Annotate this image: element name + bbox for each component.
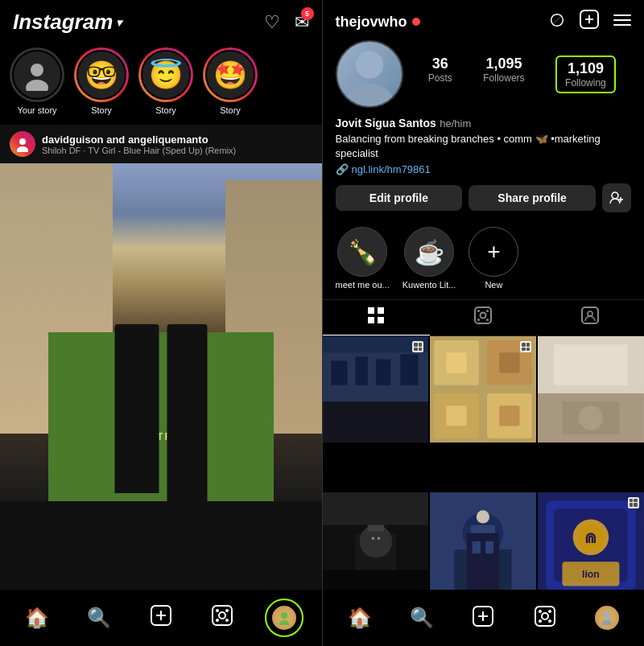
- tab-reels[interactable]: [430, 300, 537, 335]
- right-header: thejovwho: [323, 0, 645, 40]
- svg-point-59: [579, 406, 603, 430]
- notification-badge: 5: [301, 7, 314, 20]
- tab-tagged[interactable]: [537, 300, 644, 335]
- svg-rect-74: [473, 541, 481, 553]
- add-person-button[interactable]: [602, 183, 631, 212]
- svg-rect-53: [500, 406, 520, 426]
- profile-full-name: Jovit Sigua Santos: [336, 117, 436, 130]
- reels-tab-icon: [474, 307, 492, 329]
- right-nav-home[interactable]: 🏠: [342, 600, 378, 636]
- profile-pronouns: he/him: [440, 117, 471, 130]
- svg-point-12: [225, 619, 229, 622]
- svg-rect-44: [323, 402, 429, 443]
- tagged-icon: [581, 307, 599, 329]
- story-label-3: Story: [155, 105, 176, 115]
- heart-icon[interactable]: ♡: [264, 12, 280, 33]
- share-profile-button[interactable]: Share profile: [469, 185, 596, 211]
- story-avatar-4: 🤩: [205, 50, 255, 100]
- grid-cell-1[interactable]: [323, 336, 429, 442]
- grid-multi-indicator-6: [628, 497, 639, 508]
- grid-multi-indicator-1: [412, 341, 423, 352]
- grid-multi-indicator-2: [520, 341, 531, 352]
- chevron-down-icon: ▾: [116, 16, 122, 29]
- svg-point-33: [486, 310, 489, 312]
- svg-rect-36: [582, 307, 598, 323]
- svg-rect-20: [613, 24, 631, 26]
- nav-search[interactable]: 🔍: [81, 600, 117, 636]
- svg-point-72: [477, 510, 489, 523]
- profile-avatar[interactable]: [336, 40, 403, 108]
- stat-followers[interactable]: 1,095 Followers: [483, 56, 524, 93]
- post-username[interactable]: davidguison and angeliquemanto: [42, 134, 236, 146]
- post-image[interactable]: DESTREE: [0, 163, 322, 501]
- highlight-circle-2: ☕: [404, 227, 454, 277]
- svg-rect-87: [535, 607, 555, 626]
- instagram-logo[interactable]: Instagram ▾: [13, 10, 122, 35]
- messages-icon[interactable]: ✉ 5: [295, 12, 309, 33]
- svg-point-90: [548, 610, 551, 613]
- your-story-label: Your story: [17, 105, 56, 115]
- left-bottom-nav: 🏠 🔍: [0, 590, 322, 646]
- nav-reels[interactable]: [204, 600, 240, 636]
- story-item-2[interactable]: 🤓 Story: [74, 47, 129, 115]
- left-header: Instagram ▾ ♡ ✉ 5: [0, 0, 322, 41]
- grid-cell-5[interactable]: [430, 492, 536, 599]
- highlight-meet-me[interactable]: 🍾 meet me ou...: [336, 227, 390, 290]
- svg-rect-27: [378, 307, 384, 314]
- svg-rect-7: [213, 606, 232, 625]
- right-home-icon: 🏠: [348, 607, 372, 629]
- story-item-3[interactable]: 😇 Story: [138, 47, 193, 115]
- story-item-yours[interactable]: Your story: [10, 47, 64, 115]
- svg-point-32: [477, 310, 480, 312]
- profile-link[interactable]: 🔗 ngl.link/hm79861: [336, 163, 632, 175]
- svg-point-11: [216, 619, 219, 622]
- highlight-kuwento[interactable]: ☕ Kuwento Lit...: [402, 227, 456, 290]
- header-action-icons: ♡ ✉ 5: [264, 12, 309, 33]
- highlight-add-button[interactable]: +: [469, 227, 518, 277]
- grid-cell-4[interactable]: [323, 492, 429, 599]
- grid-cell-6[interactable]: ⋒ lion: [538, 492, 644, 599]
- left-panel: Instagram ▾ ♡ ✉ 5 Your story 🤓 Story: [0, 0, 322, 646]
- svg-point-3: [17, 146, 28, 152]
- svg-rect-52: [447, 406, 467, 426]
- post-user-avatar[interactable]: [10, 131, 35, 157]
- nav-home[interactable]: 🏠: [19, 600, 55, 636]
- edit-profile-button[interactable]: Edit profile: [336, 185, 463, 211]
- right-nav-create[interactable]: [465, 600, 501, 636]
- right-nav-search[interactable]: 🔍: [404, 600, 440, 636]
- action-buttons-row: Edit profile Share profile: [336, 183, 632, 212]
- svg-point-13: [281, 612, 287, 619]
- stat-posts[interactable]: 36 Posts: [428, 56, 452, 93]
- right-profile-avatar-nav: [595, 606, 619, 630]
- svg-point-9: [216, 609, 219, 612]
- svg-point-92: [548, 619, 551, 623]
- svg-rect-51: [500, 353, 520, 373]
- svg-rect-18: [613, 14, 631, 16]
- nav-create[interactable]: [143, 600, 179, 636]
- menu-icon[interactable]: [613, 11, 631, 33]
- svg-rect-56: [554, 345, 627, 386]
- svg-rect-50: [447, 353, 467, 373]
- svg-point-2: [19, 138, 26, 145]
- nav-profile-active[interactable]: [266, 600, 302, 636]
- search-icon: 🔍: [87, 607, 111, 629]
- grid-cell-2[interactable]: [430, 336, 536, 442]
- threads-icon[interactable]: [549, 12, 565, 32]
- right-nav-reels[interactable]: [527, 600, 563, 636]
- grid-cell-3[interactable]: [538, 336, 644, 442]
- highlight-new[interactable]: + New: [469, 227, 518, 290]
- story-item-4[interactable]: 🤩 Story: [203, 47, 258, 115]
- add-content-icon[interactable]: [580, 10, 599, 34]
- tab-grid[interactable]: [323, 300, 430, 335]
- stats-row: 36 Posts 1,095 Followers 1,109 Following: [413, 56, 632, 93]
- profile-avatar-nav: [272, 606, 296, 630]
- your-story-avatar-wrap: [10, 47, 64, 102]
- right-panel: thejovwho 36 Posts: [323, 0, 645, 646]
- right-nav-profile[interactable]: [589, 600, 625, 636]
- svg-rect-41: [355, 357, 367, 385]
- post-song: Shiloh DF · TV Girl - Blue Hair (Sped Up…: [42, 146, 236, 155]
- svg-rect-43: [400, 355, 418, 386]
- stat-following-highlighted[interactable]: 1,109 Following: [555, 56, 616, 93]
- svg-rect-30: [475, 307, 491, 323]
- svg-rect-64: [367, 525, 383, 531]
